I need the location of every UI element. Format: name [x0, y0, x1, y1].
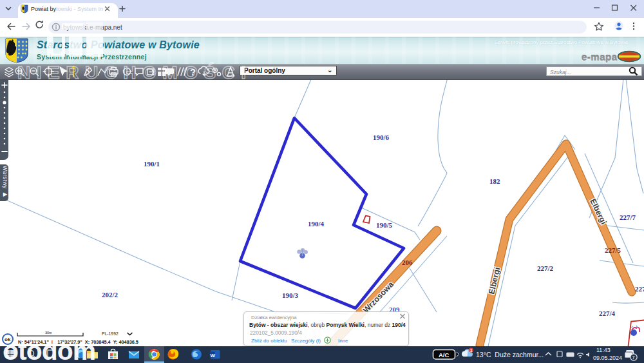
svg-text:227/7: 227/7 — [620, 213, 636, 221]
svg-text:227/2: 227/2 — [537, 264, 554, 272]
svg-text:227/5: 227/5 — [605, 246, 621, 254]
svg-text:A/C: A/C — [439, 351, 450, 358]
svg-text:190/5: 190/5 — [376, 221, 393, 229]
svg-text:190/4: 190/4 — [308, 220, 325, 228]
svg-text:11:43: 11:43 — [596, 347, 611, 353]
svg-text:13°C Duże zachmur...: 13°C Duże zachmur... — [476, 351, 544, 358]
svg-text:30m: 30m — [45, 331, 52, 335]
svg-text:Elbergi: Elbergi — [487, 266, 502, 295]
svg-text:190/6: 190/6 — [373, 133, 390, 141]
svg-text:182: 182 — [489, 177, 500, 185]
svg-text:PL-1992: PL-1992 — [102, 331, 118, 336]
svg-text:09.05.2024: 09.05.2024 — [593, 355, 622, 361]
svg-text:W: W — [211, 353, 216, 358]
svg-text:202/2: 202/2 — [102, 291, 118, 299]
svg-text:190/3: 190/3 — [282, 291, 299, 299]
svg-text:227: 227 — [635, 285, 644, 293]
svg-text:1: 1 — [470, 348, 473, 353]
svg-text:227/4: 227/4 — [599, 309, 616, 317]
svg-text:206: 206 — [402, 259, 413, 266]
svg-text:190/1: 190/1 — [144, 160, 160, 168]
svg-text:7: 7 — [632, 355, 635, 360]
svg-text:Elbergi: Elbergi — [588, 197, 608, 226]
